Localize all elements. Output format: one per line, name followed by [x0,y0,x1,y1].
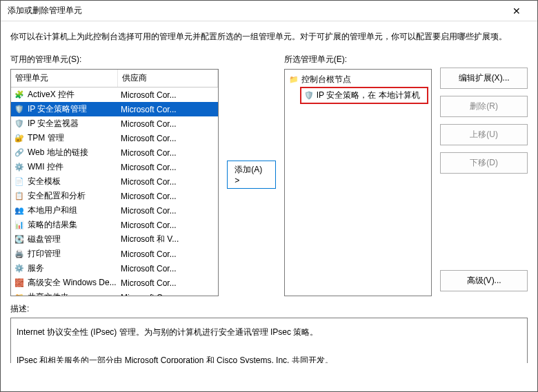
available-snapins-label: 可用的管理单元(S): [10,54,219,66]
snapin-vendor: Microsoft Cor... [121,293,215,296]
snapin-vendor: Microsoft Cor... [121,163,215,172]
snapin-icon: 📁 [14,292,25,296]
tree-child-node[interactable]: 🛡️ IP 安全策略，在 本地计算机 [300,87,428,104]
list-item[interactable]: 🔐TPM 管理Microsoft Cor... [11,131,218,145]
list-header: 管理单元 供应商 [11,70,218,87]
intro-text: 你可以在计算机上为此控制台选择可用的管理单元并配置所选的一组管理单元。对于可扩展… [10,31,528,43]
snapin-name: 策略的结果集 [28,219,121,231]
tree-child-label: IP 安全策略，在 本地计算机 [317,90,420,101]
snapin-icon: 🧱 [14,278,25,289]
snapin-icon: 🔗 [14,147,25,158]
snapin-name: 安全配置和分析 [28,190,121,202]
list-item[interactable]: 🔗Web 地址的链接Microsoft Cor... [11,145,218,160]
list-item[interactable]: 📋安全配置和分析Microsoft Cor... [11,189,218,203]
snapin-name: 磁盘管理 [28,234,121,245]
snapin-icon: 🛡️ [14,118,25,130]
selected-snapins-label: 所选管理单元(E): [284,54,432,66]
selected-snapins-tree[interactable]: 📁 控制台根节点 🛡️ IP 安全策略，在 本地计算机 [284,69,432,296]
snapin-vendor: Microsoft 和 V... [121,234,215,245]
snapin-name: 服务 [28,262,121,274]
snapin-icon: 📋 [14,191,25,202]
titlebar: 添加或删除管理单元 ✕ [1,1,537,21]
snapin-vendor: Microsoft Cor... [121,249,215,259]
folder-icon: 📁 [289,75,299,85]
snapin-vendor: Microsoft Cor... [121,192,215,201]
advanced-button[interactable]: 高级(V)... [440,270,528,291]
snapin-icon: 👥 [14,205,25,216]
content-area: 你可以在计算机上为此控制台选择可用的管理单元并配置所选的一组管理单元。对于可扩展… [1,21,537,391]
snapin-name: 共享文件夹 [28,291,121,296]
list-item[interactable]: ⚙️WMI 控件Microsoft Cor... [11,160,218,174]
snapin-vendor: Microsoft Cor... [121,278,215,288]
snapin-icon: 🔐 [14,133,25,144]
move-up-button[interactable]: 上移(U) [440,124,528,145]
snapin-name: WMI 控件 [28,161,121,173]
close-icon[interactable]: ✕ [503,6,530,17]
edit-extensions-button[interactable]: 编辑扩展(X)... [440,68,528,89]
snapin-icon: 🖨️ [14,249,25,260]
snapin-vendor: Microsoft Cor... [121,90,215,100]
snapin-icon: 🛡️ [14,104,25,115]
list-item[interactable]: ⚙️服务Microsoft Cor... [11,261,218,276]
list-item[interactable]: 🛡️IP 安全策略管理Microsoft Cor... [11,102,218,116]
snapin-icon: 💽 [14,234,25,245]
list-item[interactable]: 🧱高级安全 Windows De...Microsoft Cor... [11,276,218,290]
snapin-icon: 📊 [14,220,25,231]
dialog-window: 添加或删除管理单元 ✕ 你可以在计算机上为此控制台选择可用的管理单元并配置所选的… [0,0,538,392]
snapin-vendor: Microsoft Cor... [121,206,215,216]
tree-root-node[interactable]: 📁 控制台根节点 [288,72,428,87]
list-item[interactable]: 🖨️打印管理Microsoft Cor... [11,247,218,261]
description-text: Internet 协议安全性 (IPsec) 管理。为与别的计算机进行安全通讯管… [10,318,528,363]
shield-icon: 🛡️ [304,91,314,101]
snapin-vendor: Microsoft Cor... [121,264,215,274]
snapin-vendor: Microsoft Cor... [121,119,215,129]
list-item[interactable]: 🛡️IP 安全监视器Microsoft Cor... [11,116,218,131]
list-item[interactable]: 📁共享文件夹Microsoft Cor... [11,290,218,296]
snapin-vendor: Microsoft Cor... [121,105,215,114]
snapin-name: 高级安全 Windows De... [28,277,121,289]
snapin-name: 本地用户和组 [28,205,121,216]
snapin-vendor: Microsoft Cor... [121,148,215,158]
snapin-icon: ⚙️ [14,162,25,173]
list-item[interactable]: 👥本地用户和组Microsoft Cor... [11,203,218,218]
description-label: 描述: [10,303,528,315]
snapin-name: ActiveX 控件 [28,89,121,101]
snapin-icon: 🧩 [14,90,25,101]
available-snapins-list[interactable]: 管理单元 供应商 🧩ActiveX 控件Microsoft Cor...🛡️IP… [10,69,219,296]
list-item[interactable]: 📊策略的结果集Microsoft Cor... [11,218,218,232]
snapin-name: 打印管理 [28,248,121,260]
snapin-name: TPM 管理 [28,132,121,144]
snapin-icon: 📄 [14,176,25,187]
move-down-button[interactable]: 下移(D) [440,152,528,174]
window-title: 添加或删除管理单元 [8,5,82,17]
col-vendor-header[interactable]: 供应商 [118,70,218,87]
list-item[interactable]: 🧩ActiveX 控件Microsoft Cor... [11,87,218,102]
list-item[interactable]: 💽磁盘管理Microsoft 和 V... [11,232,218,247]
remove-button[interactable]: 删除(R) [440,96,528,117]
col-snapin-header[interactable]: 管理单元 [11,70,118,87]
snapin-name: 安全模板 [28,176,121,187]
snapin-icon: ⚙️ [14,263,25,274]
snapin-name: IP 安全监视器 [28,118,121,130]
snapin-name: IP 安全策略管理 [28,103,121,115]
list-item[interactable]: 📄安全模板Microsoft Cor... [11,174,218,189]
snapin-vendor: Microsoft Cor... [121,177,215,187]
add-button[interactable]: 添加(A) > [227,161,276,189]
tree-root-label: 控制台根节点 [301,74,351,85]
snapin-name: Web 地址的链接 [28,147,121,158]
snapin-vendor: Microsoft Cor... [121,220,215,230]
snapin-vendor: Microsoft Cor... [121,134,215,143]
